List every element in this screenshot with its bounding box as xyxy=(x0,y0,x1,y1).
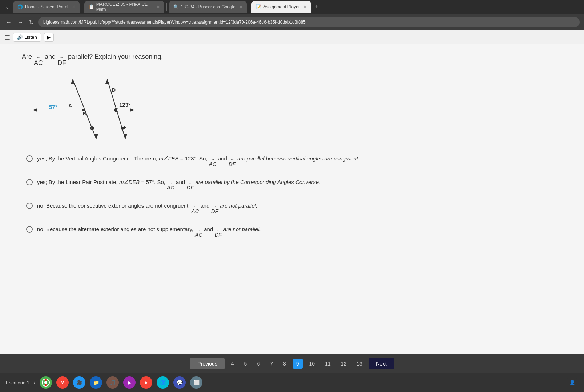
page-content: ☰ 🔊 Listen ▶ Are ↔ AC and ↔ DF parallel?… xyxy=(0,30,584,373)
tab-home-close[interactable]: ✕ xyxy=(72,5,75,9)
taskbar-files-icon[interactable]: 📁 xyxy=(90,376,102,389)
reload-button[interactable]: ↻ xyxy=(28,18,35,26)
listen-button[interactable]: 🔊 Listen xyxy=(13,33,41,42)
page-12[interactable]: 12 xyxy=(337,359,350,369)
geometry-figure: A B C D E F 57° 123° xyxy=(29,72,138,144)
choice-1-text: yes; By the Vertical Angles Congruence T… xyxy=(37,155,359,167)
svg-point-18 xyxy=(114,109,117,111)
taskbar-icon-5[interactable]: 🎵 xyxy=(106,376,119,389)
new-tab-button[interactable]: + xyxy=(313,3,321,11)
address-bar: ← → ↻ xyxy=(0,14,584,30)
forward-button[interactable]: → xyxy=(16,18,25,26)
play-icon: ▶ xyxy=(47,35,51,40)
page-8[interactable]: 8 xyxy=(279,359,290,369)
browser-chrome: ⌄ 🌐 Home - Student Portal ✕ 📋 MARQUEZ: 0… xyxy=(0,0,584,30)
taskbar: Escritorio 1 › M 🎥 📁 🎵 ▶ ▶ 🌀 💬 ⬜ 👤 xyxy=(0,373,584,392)
tab-marquez[interactable]: 📋 MARQUEZ: 05 - Pre-AICE Math ✕ xyxy=(84,1,164,13)
taskbar-label: Escritorio 1 xyxy=(6,380,29,385)
line-AC-symbol: ↔ AC xyxy=(34,56,43,66)
taskbar-icon-8[interactable]: 🌀 xyxy=(157,376,169,389)
radio-3[interactable] xyxy=(26,203,33,209)
choice-4[interactable]: no; Because the alternate exterior angle… xyxy=(22,222,562,240)
listen-label: Listen xyxy=(24,34,37,40)
svg-marker-1 xyxy=(33,108,37,112)
svg-point-22 xyxy=(44,381,47,384)
choice-3-text: no; Because the consecutive exterior ang… xyxy=(37,202,257,214)
choice-2-text: yes; By the Linear Pair Postulate, m∠DEB… xyxy=(37,178,320,190)
choice-3[interactable]: no; Because the consecutive exterior ang… xyxy=(22,199,562,217)
svg-point-20 xyxy=(121,127,124,130)
tab-google[interactable]: 🔍 180-34 - Buscar con Google ✕ xyxy=(169,1,247,13)
page-13[interactable]: 13 xyxy=(353,359,366,369)
expand-icon[interactable]: ⌄ xyxy=(3,3,12,11)
page-4[interactable]: 4 xyxy=(227,359,238,369)
page-11[interactable]: 11 xyxy=(321,359,334,369)
tab-assignment-icon: 📝 xyxy=(256,4,261,9)
svg-marker-8 xyxy=(124,134,127,139)
line-DF-symbol: ↔ DF xyxy=(57,56,66,66)
geometry-svg: A B C D E F 57° 123° xyxy=(29,72,138,144)
nav-bar: Previous 4 5 6 7 8 9 10 11 12 13 Next xyxy=(0,354,584,373)
tab-assignment-label: Assignment Player xyxy=(263,4,300,9)
address-input[interactable] xyxy=(38,17,580,27)
taskbar-icon-6[interactable]: ▶ xyxy=(123,376,136,389)
page-10[interactable]: 10 xyxy=(306,359,319,369)
radio-2[interactable] xyxy=(26,179,33,185)
tab-separator-1 xyxy=(82,3,82,11)
choice-4-text: no; Because the alternate exterior angle… xyxy=(37,225,261,237)
tab-bar: ⌄ 🌐 Home - Student Portal ✕ 📋 MARQUEZ: 0… xyxy=(0,0,584,14)
taskbar-meet-icon[interactable]: 🎥 xyxy=(73,376,85,389)
question-text-and: and xyxy=(45,53,57,60)
tab-marquez-label: MARQUEZ: 05 - Pre-AICE Math xyxy=(96,2,153,12)
taskbar-icon-10[interactable]: ⬜ xyxy=(190,376,202,389)
svg-text:A: A xyxy=(68,103,72,109)
choice-1[interactable]: yes; By the Vertical Angles Congruence T… xyxy=(22,152,562,170)
play-button[interactable]: ▶ xyxy=(44,33,54,42)
svg-text:F: F xyxy=(124,124,127,130)
tab-separator-3 xyxy=(249,3,249,11)
menu-icon[interactable]: ☰ xyxy=(4,33,10,41)
tab-google-close[interactable]: ✕ xyxy=(239,5,242,9)
line-DF-c2: ↔DF xyxy=(186,181,194,190)
taskbar-chrome-icon[interactable] xyxy=(40,376,52,389)
choice-2[interactable]: yes; By the Linear Pair Postulate, m∠DEB… xyxy=(22,175,562,193)
svg-point-17 xyxy=(82,109,85,111)
page-7[interactable]: 7 xyxy=(266,359,277,369)
taskbar-avatar[interactable]: 👤 xyxy=(566,376,578,389)
svg-text:123°: 123° xyxy=(119,102,130,108)
previous-button[interactable]: Previous xyxy=(190,358,224,369)
tab-marquez-icon: 📋 xyxy=(89,4,94,9)
svg-point-19 xyxy=(91,127,94,130)
svg-text:B: B xyxy=(83,111,86,117)
tab-google-icon: 🔍 xyxy=(173,4,179,9)
taskbar-arrow[interactable]: › xyxy=(34,380,35,385)
tab-assignment[interactable]: 📝 Assignment Player ✕ xyxy=(251,1,311,13)
question-text-suffix: parallel? Explain your reasoning. xyxy=(68,53,163,60)
tab-google-label: 180-34 - Buscar con Google xyxy=(181,4,235,9)
line-AC-c2: ↔AC xyxy=(167,181,174,190)
taskbar-icon-9[interactable]: 💬 xyxy=(173,376,186,389)
next-button[interactable]: Next xyxy=(369,358,394,369)
taskbar-youtube-icon[interactable]: ▶ xyxy=(140,376,152,389)
speaker-icon: 🔊 xyxy=(17,34,23,40)
line-DF-c1: ↔DF xyxy=(229,158,236,167)
svg-text:D: D xyxy=(112,87,116,93)
line-DF-c3: ↔DF xyxy=(211,205,218,214)
tab-home-icon: 🌐 xyxy=(17,4,23,9)
tab-assignment-close[interactable]: ✕ xyxy=(303,5,307,9)
line-DF-c4: ↔DF xyxy=(214,228,222,237)
page-6[interactable]: 6 xyxy=(253,359,263,369)
taskbar-gmail-icon[interactable]: M xyxy=(56,376,69,389)
page-9[interactable]: 9 xyxy=(293,359,303,369)
radio-4[interactable] xyxy=(26,226,33,233)
answer-choices: yes; By the Vertical Angles Congruence T… xyxy=(22,152,562,240)
svg-marker-2 xyxy=(130,108,134,112)
question-area: Are ↔ AC and ↔ DF parallel? Explain your… xyxy=(0,44,584,354)
listen-bar: ☰ 🔊 Listen ▶ xyxy=(0,30,584,44)
page-5[interactable]: 5 xyxy=(241,359,251,369)
back-button[interactable]: ← xyxy=(4,18,13,26)
line-AC-c1: ↔AC xyxy=(209,158,217,167)
radio-1[interactable] xyxy=(26,155,33,162)
tab-marquez-close[interactable]: ✕ xyxy=(157,5,160,9)
tab-home[interactable]: 🌐 Home - Student Portal ✕ xyxy=(13,1,80,13)
